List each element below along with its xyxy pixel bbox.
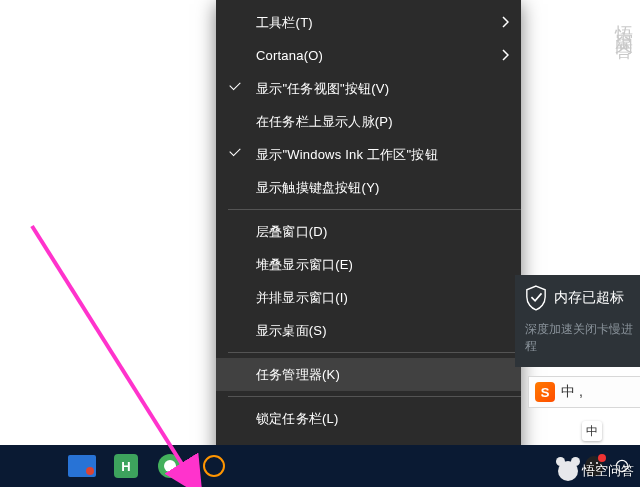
menu-item[interactable]: Cortana(O) (216, 39, 521, 72)
menu-item-label: 在任务栏上显示人脉(P) (256, 113, 509, 131)
menu-item[interactable]: 显示"任务视图"按钮(V) (216, 72, 521, 105)
menu-item-label: 显示触摸键盘按钮(Y) (256, 179, 509, 197)
taskbar-app-recorder[interactable] (60, 445, 104, 487)
security-alert-popup[interactable]: 内存已超标 深度加速关闭卡慢进程 (515, 275, 640, 367)
menu-item[interactable]: 显示"Windows Ink 工作区"按钮 (216, 138, 521, 171)
shield-icon (525, 285, 547, 311)
wukong-logo-icon (558, 461, 578, 481)
sogou-logo-icon: S (535, 382, 555, 402)
svg-line-1 (32, 226, 192, 480)
menu-item-label: 显示"Windows Ink 工作区"按钮 (256, 146, 509, 164)
menu-separator (228, 396, 521, 397)
menu-item-label: 锁定任务栏(L) (256, 410, 509, 428)
taskbar-app-h[interactable]: H (104, 445, 148, 487)
wukong-text: 悟空问答 (582, 462, 634, 480)
menu-item[interactable]: 堆叠显示窗口(E) (216, 248, 521, 281)
taskbar[interactable]: H (0, 445, 640, 487)
menu-item-label: 工具栏(T) (256, 14, 501, 32)
menu-item[interactable]: 显示触摸键盘按钮(Y) (216, 171, 521, 204)
chevron-right-icon (501, 49, 509, 63)
check-icon (216, 83, 256, 95)
taskbar-app-green[interactable] (148, 445, 192, 487)
bottom-margin (0, 487, 640, 503)
menu-item[interactable]: 并排显示窗口(I) (216, 281, 521, 314)
menu-item[interactable]: 工具栏(T) (216, 6, 521, 39)
menu-item-label: 显示桌面(S) (256, 322, 509, 340)
menu-item-label: 层叠窗口(D) (256, 223, 509, 241)
ime-mode-text: 中 , (561, 383, 583, 401)
cortana-circle-icon (203, 455, 225, 477)
menu-item-label: 堆叠显示窗口(E) (256, 256, 509, 274)
menu-item[interactable]: 任务管理器(K) (216, 358, 521, 391)
chevron-right-icon (501, 16, 509, 30)
ime-zhong-badge: 中 (582, 421, 602, 441)
watermark-vertical: 悟空问答 (614, 10, 636, 34)
popup-subtitle: 深度加速关闭卡慢进程 (525, 321, 634, 355)
wukong-watermark: 悟空问答 (558, 461, 634, 481)
check-icon (216, 149, 256, 161)
menu-item[interactable]: 层叠窗口(D) (216, 215, 521, 248)
menu-item-label: 任务管理器(K) (256, 366, 509, 384)
taskbar-context-menu: 工具栏(T)Cortana(O)显示"任务视图"按钮(V)在任务栏上显示人脉(P… (216, 0, 521, 474)
cortana-button[interactable] (192, 445, 236, 487)
menu-item[interactable]: 在任务栏上显示人脉(P) (216, 105, 521, 138)
popup-title: 内存已超标 (554, 289, 624, 307)
ime-indicator[interactable]: S 中 , (528, 376, 640, 408)
menu-item-label: 显示"任务视图"按钮(V) (256, 80, 509, 98)
menu-item[interactable]: 锁定任务栏(L) (216, 402, 521, 435)
menu-item-label: 并排显示窗口(I) (256, 289, 509, 307)
menu-item-label: Cortana(O) (256, 48, 501, 63)
menu-item[interactable]: 显示桌面(S) (216, 314, 521, 347)
menu-separator (228, 352, 521, 353)
menu-separator (228, 209, 521, 210)
